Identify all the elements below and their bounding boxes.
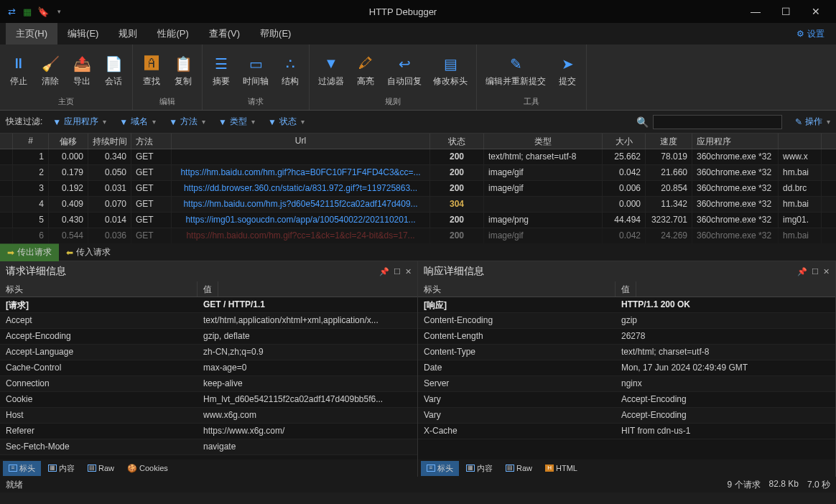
maximize-button[interactable]: ☐ <box>771 1 800 22</box>
filter-status[interactable]: ▼状态▾ <box>265 114 307 129</box>
structure-button[interactable]: ⛬结构 <box>274 46 306 95</box>
kv-row[interactable]: Hostwww.x6g.com <box>0 408 417 424</box>
kv-row[interactable]: [请求]GET / HTTP/1.1 <box>0 297 417 313</box>
autoresponder-button[interactable]: ↩自动回复 <box>381 46 427 95</box>
kv-row[interactable]: Cache-Controlmax-age=0 <box>0 360 417 376</box>
summary-button[interactable]: ☰摘要 <box>205 46 237 95</box>
tab-headers[interactable]: ≡标头 <box>421 461 459 476</box>
kv-row[interactable]: Sec-Fetch-Modenavigate <box>0 439 417 455</box>
kv-row[interactable]: X-CacheHIT from cdn-us-1 <box>418 424 835 439</box>
col-app[interactable]: 应用程序 <box>692 134 779 149</box>
kv-row[interactable]: Accept-Encodinggzip, deflate <box>0 329 417 345</box>
filter-type[interactable]: ▼类型▾ <box>215 114 258 129</box>
col-key[interactable]: 标头 <box>418 281 616 297</box>
kv-row[interactable]: Connectionkeep-alive <box>0 376 417 392</box>
tab-html[interactable]: HHTML <box>539 462 583 475</box>
col-offset[interactable]: 偏移 <box>49 134 88 149</box>
col-url[interactable]: Url <box>172 134 430 149</box>
tab-edit[interactable]: 编辑(E) <box>57 23 108 45</box>
excel-icon[interactable]: ▦ <box>22 6 33 17</box>
tab-rules[interactable]: 规则 <box>108 23 147 45</box>
grid-row[interactable]: 60.5440.036GEThttps://hm.baidu.com/hm.gi… <box>0 228 836 244</box>
tab-performance[interactable]: 性能(P) <box>147 23 198 45</box>
kv-row[interactable]: CookieHm_lvt_d60e542115f2ca02adf147d409b… <box>0 392 417 408</box>
kv-row[interactable]: VaryAccept-Encoding <box>418 392 835 408</box>
tab-help[interactable]: 帮助(E) <box>250 23 301 45</box>
filter-domain[interactable]: ▼域名▾ <box>116 114 159 129</box>
session-button[interactable]: 📄会话 <box>98 46 129 95</box>
col-value[interactable]: 值 <box>198 281 218 297</box>
kv-row[interactable]: Accept-Languagezh-CN,zh;q=0.9 <box>0 345 417 360</box>
tab-cookies[interactable]: 🍪Cookies <box>121 462 174 475</box>
grid-row[interactable]: 20.1790.050GEThttps://hm.baidu.com/hm.gi… <box>0 165 836 181</box>
ribbon-group-home: ⏸停止 🧹清除 📤导出 📄会话 主页 <box>0 45 133 110</box>
submit-button[interactable]: ➤提交 <box>552 46 583 95</box>
col-size[interactable]: 大小 <box>603 134 646 149</box>
maximize-icon[interactable]: ☐ <box>394 267 401 276</box>
maximize-icon[interactable]: ☐ <box>812 267 819 276</box>
tab-outgoing[interactable]: ➡传出请求 <box>0 243 59 261</box>
panel-title: 响应详细信息 📌☐✕ <box>418 261 835 281</box>
close-icon[interactable]: ✕ <box>405 267 412 276</box>
search-input[interactable] <box>653 115 782 129</box>
operations-button[interactable]: ✎操作▾ <box>795 116 830 128</box>
grid-row[interactable]: 10.0000.340GET200text/html; charset=utf-… <box>0 149 836 165</box>
minimize-button[interactable]: — <box>741 1 770 22</box>
highlight-button[interactable]: 🖍高亮 <box>350 46 381 95</box>
grid-row[interactable]: 40.4090.070GEThttps://hm.baidu.com/hm.js… <box>0 197 836 213</box>
tab-raw[interactable]: ▤Raw <box>82 462 120 475</box>
clear-button[interactable]: 🧹清除 <box>34 46 66 95</box>
modifyheader-button[interactable]: ▤修改标头 <box>427 46 473 95</box>
tab-raw[interactable]: ▤Raw <box>500 462 538 475</box>
kv-row[interactable]: VaryAccept-Encoding <box>418 408 835 424</box>
filter-method[interactable]: ▼方法▾ <box>166 114 208 129</box>
col-speed[interactable]: 速度 <box>646 134 692 149</box>
col-key[interactable]: 标头 <box>0 281 198 297</box>
grid-row[interactable]: 50.4300.014GEThttps://img01.sogoucdn.com… <box>0 213 836 228</box>
col-indicator[interactable] <box>0 134 13 149</box>
col-type[interactable]: 类型 <box>484 134 603 149</box>
bookmark-icon[interactable]: 🔖 <box>37 6 49 17</box>
grid-row[interactable]: 30.1920.031GEThttps://dd.browser.360.cn/… <box>0 181 836 197</box>
header-icon: ▤ <box>440 54 460 74</box>
settings-button[interactable]: ⚙ 设置 <box>796 28 830 40</box>
find-button[interactable]: 🅰查找 <box>136 46 167 95</box>
tab-incoming[interactable]: ⬅传入请求 <box>59 243 118 261</box>
filter-button[interactable]: ▼过滤器 <box>312 46 350 95</box>
app-icon: ⇄ <box>6 6 17 17</box>
timeline-button[interactable]: ▭时间轴 <box>237 46 274 95</box>
editresend-button[interactable]: ✎编辑并重新提交 <box>480 46 552 95</box>
kv-row[interactable]: Accepttext/html,application/xhtml+xml,ap… <box>0 313 417 329</box>
search-icon[interactable]: 🔍 <box>636 116 649 128</box>
col-value[interactable]: 值 <box>616 281 636 297</box>
tab-view[interactable]: 查看(V) <box>199 23 250 45</box>
col-num[interactable]: # <box>13 134 49 149</box>
kv-row[interactable]: Refererhttps://www.x6g.com/ <box>0 424 417 439</box>
pin-icon[interactable]: 📌 <box>797 267 807 276</box>
close-icon[interactable]: ✕ <box>823 267 830 276</box>
export-button[interactable]: 📤导出 <box>66 46 98 95</box>
pin-icon[interactable]: 📌 <box>379 267 389 276</box>
kv-row[interactable]: Content-Length26278 <box>418 329 835 345</box>
arrow-left-icon: ⬅ <box>66 248 73 258</box>
copy-button[interactable]: 📋复制 <box>167 46 199 95</box>
col-status[interactable]: 状态 <box>430 134 484 149</box>
kv-row[interactable]: Content-Typetext/html; charset=utf-8 <box>418 345 835 360</box>
tab-home[interactable]: 主页(H) <box>6 23 57 45</box>
filter-app[interactable]: ▼应用程序▾ <box>50 114 109 129</box>
col-method[interactable]: 方法 <box>131 134 172 149</box>
tab-content[interactable]: ▦内容 <box>460 461 498 476</box>
col-host[interactable] <box>779 134 822 149</box>
grid-body: 10.0000.340GET200text/html; charset=utf-… <box>0 149 836 244</box>
close-button[interactable]: ✕ <box>802 1 830 22</box>
kv-row[interactable]: DateMon, 17 Jun 2024 02:49:49 GMT <box>418 360 835 376</box>
tab-content[interactable]: ▦内容 <box>42 461 80 476</box>
kv-row[interactable]: Content-Encodinggzip <box>418 313 835 329</box>
qat-dropdown-icon[interactable]: ▾ <box>53 6 65 17</box>
tab-headers[interactable]: ≡标头 <box>3 461 41 476</box>
col-duration[interactable]: 持续时间 <box>88 134 131 149</box>
grid-header: # 偏移 持续时间 方法 Url 状态 类型 大小 速度 应用程序 <box>0 134 836 149</box>
kv-row[interactable]: Servernginx <box>418 376 835 392</box>
kv-row[interactable]: [响应]HTTP/1.1 200 OK <box>418 297 835 313</box>
stop-button[interactable]: ⏸停止 <box>3 46 34 95</box>
